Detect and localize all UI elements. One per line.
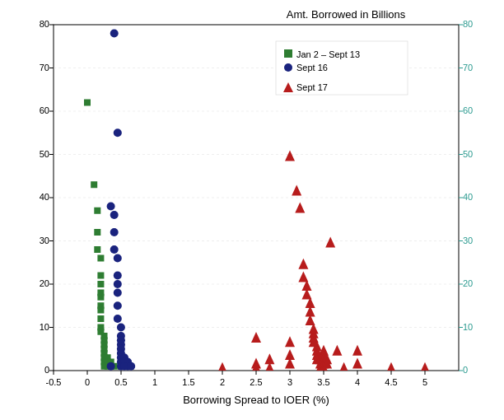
y-tick-30: 30: [40, 236, 49, 245]
svg-rect-41: [94, 208, 100, 214]
svg-point-77: [114, 280, 122, 288]
svg-point-69: [110, 30, 119, 38]
svg-point-73: [110, 228, 119, 236]
y-right-tick-60: 60: [463, 105, 473, 115]
y-right-tick-10: 10: [463, 322, 473, 332]
legend-label-green: Jan 2 – Sept 13: [296, 49, 360, 59]
svg-point-81: [117, 324, 125, 332]
legend-label-blue: Sept 16: [296, 63, 328, 72]
svg-rect-39: [84, 100, 91, 106]
x-tick-5: 5: [422, 377, 427, 387]
y-right-tick-30: 30: [463, 236, 473, 245]
svg-rect-44: [97, 255, 104, 262]
y-right-tick-70: 70: [463, 63, 473, 72]
y-right-tick-80: 80: [463, 19, 473, 29]
y-tick-0: 0: [44, 365, 49, 375]
x-tick-0: 0: [85, 377, 90, 387]
svg-rect-42: [94, 229, 100, 236]
legend-blue-circle: [284, 63, 292, 72]
svg-point-71: [107, 203, 115, 211]
x-tick-2.5: 2.5: [250, 377, 262, 387]
svg-point-75: [114, 254, 122, 263]
svg-rect-51: [97, 315, 104, 322]
svg-rect-45: [97, 273, 104, 279]
y-tick-40: 40: [40, 192, 49, 202]
svg-point-80: [114, 315, 122, 323]
y-tick-20: 20: [40, 278, 49, 288]
svg-rect-50: [97, 307, 104, 314]
x-tick--0.5: -0.5: [46, 377, 62, 387]
x-tick-4: 4: [355, 377, 360, 387]
x-tick-3.5: 3.5: [317, 377, 329, 387]
chart-title: Amt. Borrowed in Billions: [287, 8, 406, 21]
x-tick-3: 3: [287, 377, 292, 387]
x-tick-4.5: 4.5: [385, 377, 397, 387]
y-right-tick-20: 20: [463, 278, 473, 288]
svg-point-74: [110, 245, 119, 254]
legend-label-red: Sept 17: [296, 82, 328, 92]
svg-point-96: [107, 362, 115, 371]
x-tick-1.5: 1.5: [182, 377, 194, 387]
x-tick-0.5: 0.5: [114, 377, 127, 387]
x-axis-label: Borrowing Spread to IOER (%): [183, 394, 329, 406]
svg-point-79: [114, 301, 122, 310]
y-tick-60: 60: [40, 105, 49, 115]
y-tick-10: 10: [40, 322, 49, 332]
svg-point-70: [114, 128, 122, 137]
x-tick-2: 2: [220, 377, 225, 387]
svg-rect-48: [97, 294, 104, 301]
y-tick-50: 50: [40, 149, 49, 159]
svg-point-95: [127, 362, 135, 371]
y-right-tick-50: 50: [463, 149, 473, 159]
y-tick-70: 70: [40, 63, 49, 72]
svg-point-76: [114, 272, 122, 280]
svg-rect-46: [97, 281, 104, 287]
svg-point-78: [114, 289, 122, 297]
legend-green-square: [284, 49, 292, 58]
y-right-tick-40: 40: [463, 192, 473, 202]
x-tick-1: 1: [152, 377, 157, 387]
y-right-tick-0: 0: [463, 365, 468, 375]
svg-point-72: [110, 211, 119, 219]
chart-container: Amt. Borrowed in Billions 0 10 20 30 40 …: [0, 0, 504, 420]
svg-rect-43: [94, 246, 100, 253]
svg-rect-40: [91, 181, 97, 188]
y-tick-80: 80: [40, 19, 49, 29]
